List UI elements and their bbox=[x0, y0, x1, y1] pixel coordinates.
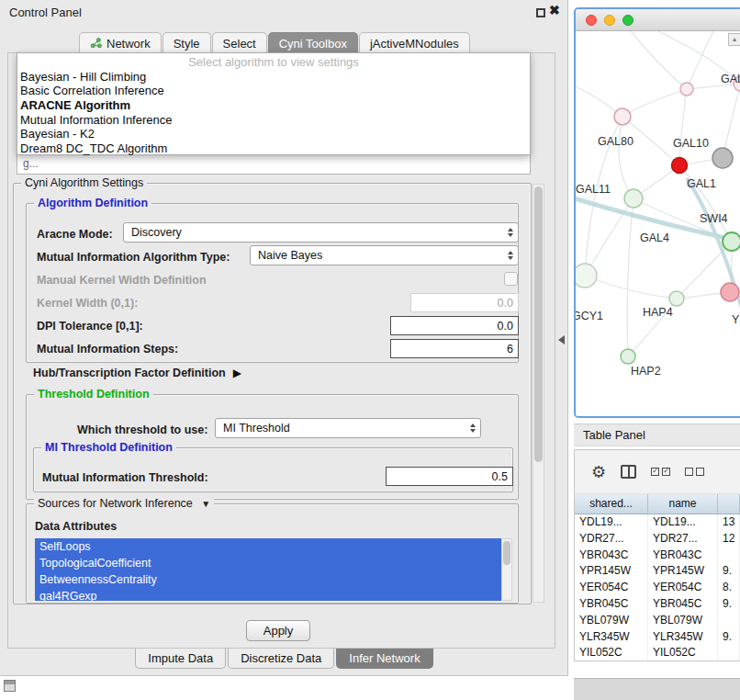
table-row[interactable]: YLR345W YLR345W 9. bbox=[575, 629, 740, 646]
node-label-gal1[interactable]: GAL1 bbox=[687, 177, 716, 190]
graph-node-red[interactable] bbox=[672, 158, 688, 174]
table-row[interactable]: YBR045C YBR045C 9. bbox=[575, 596, 740, 613]
minimized-panel-icon[interactable] bbox=[4, 680, 16, 692]
node-label-gal10[interactable]: GAL10 bbox=[673, 137, 709, 150]
algorithm-option-mutual-information[interactable]: Mutual Information Inference bbox=[17, 113, 530, 128]
table-row[interactable]: YPR145W YPR145W 9. bbox=[575, 563, 740, 580]
table-row[interactable]: YDL19... YDL19... 13 bbox=[575, 514, 740, 531]
network-window-titlebar[interactable] bbox=[576, 9, 740, 31]
cell-shared-name: YDL19... bbox=[575, 514, 648, 531]
graph-node-pink[interactable] bbox=[721, 283, 739, 301]
unselect-all-columns-button[interactable] bbox=[685, 468, 704, 476]
tab-select[interactable]: Select bbox=[212, 32, 267, 53]
expand-right-arrow-icon: ▶ bbox=[233, 367, 241, 379]
graph-node[interactable] bbox=[723, 232, 740, 251]
algorithm-option-bayesian-k2[interactable]: Bayesian - K2 bbox=[17, 127, 530, 141]
show-columns-button[interactable] bbox=[621, 465, 636, 479]
tab-infer-network[interactable]: Infer Network bbox=[336, 649, 432, 669]
algorithm-option-aracne[interactable]: ARACNE Algorithm bbox=[17, 98, 530, 113]
node-label-gal4[interactable]: GAL4 bbox=[640, 231, 669, 244]
node-label-gcy1[interactable]: GCY1 bbox=[574, 310, 603, 322]
cell-shared-name: YBR045C bbox=[575, 596, 648, 613]
cell-shared-name: YBR043C bbox=[575, 548, 648, 564]
zoom-traffic-light-button[interactable] bbox=[622, 15, 633, 26]
apply-button[interactable]: Apply bbox=[246, 620, 310, 641]
graph-node-gray[interactable] bbox=[712, 148, 733, 168]
mi-type-label: Mutual Information Algorithm Type: bbox=[37, 251, 230, 264]
attribute-item-betweennesscentrality[interactable]: BetweennessCentrality bbox=[35, 571, 501, 588]
aracne-mode-select[interactable]: Discovery bbox=[123, 222, 519, 243]
graph-node[interactable] bbox=[621, 349, 635, 364]
node-label-gal11[interactable]: GAL11 bbox=[576, 183, 611, 196]
group-title-sources[interactable]: Sources for Network Inference ▼ bbox=[34, 497, 214, 511]
graph-node[interactable] bbox=[680, 83, 693, 96]
hub-definition-expander[interactable]: Hub/Transcription Factor Definition ▶ bbox=[33, 367, 241, 379]
algorithm-option-basic-correlation[interactable]: Basic Correlation Inference bbox=[17, 84, 530, 98]
node-label-hap2[interactable]: HAP2 bbox=[631, 365, 661, 378]
cell-name: YDR27... bbox=[648, 531, 718, 548]
cell-extra bbox=[718, 548, 740, 564]
attribute-item-topologicalcoefficient[interactable]: TopologicalCoefficient bbox=[35, 555, 501, 571]
dpi-tolerance-label: DPI Tolerance [0,1]: bbox=[37, 320, 143, 333]
popup-placeholder: Select algorithm to view settings bbox=[17, 55, 530, 70]
scrollbar-thumb[interactable] bbox=[503, 541, 510, 565]
node-label-swi4[interactable]: SWI4 bbox=[700, 212, 728, 225]
attribute-item-gal4rgexp[interactable]: gal4RGexp bbox=[35, 588, 501, 601]
close-icon[interactable]: ✖ bbox=[549, 3, 560, 17]
graph-node[interactable] bbox=[624, 189, 643, 208]
node-label-gal-clipped[interactable]: GAL bbox=[721, 73, 740, 85]
kernel-width-input[interactable] bbox=[410, 293, 519, 312]
float-panel-icon[interactable] bbox=[536, 8, 545, 17]
cell-extra: 8. bbox=[718, 580, 740, 596]
manual-kernel-checkbox[interactable] bbox=[504, 272, 518, 286]
algorithm-option-bayesian-hill-climbing[interactable]: Bayesian - Hill Climbing bbox=[17, 70, 530, 85]
mi-algorithm-type-select[interactable]: Naive Bayes bbox=[250, 245, 519, 265]
panel-collapse-handle[interactable] bbox=[558, 335, 565, 344]
table-row[interactable]: YBR043C YBR043C bbox=[575, 548, 740, 564]
tab-jactivemnodules[interactable]: jActiveMNodules bbox=[359, 32, 470, 53]
column-header-shared-name[interactable]: shared... bbox=[575, 494, 648, 514]
mi-steps-input[interactable] bbox=[390, 339, 519, 358]
minimize-traffic-light-button[interactable] bbox=[604, 15, 615, 26]
attributes-scrollbar[interactable] bbox=[501, 538, 512, 601]
algorithm-option-dream8[interactable]: Dream8 DC_TDC Algorithm bbox=[17, 141, 530, 156]
combo-arrows-icon bbox=[508, 228, 513, 237]
tab-style[interactable]: Style bbox=[163, 32, 211, 53]
attribute-item-selfloops[interactable]: SelfLoops bbox=[35, 538, 501, 555]
select-all-columns-button[interactable] bbox=[651, 468, 670, 476]
tab-discretize-data[interactable]: Discretize Data bbox=[228, 649, 334, 669]
column-header-extra[interactable] bbox=[718, 494, 740, 514]
dpi-tolerance-input[interactable] bbox=[390, 316, 519, 335]
tab-cyni-toolbox[interactable]: Cyni Toolbox bbox=[268, 32, 358, 53]
cell-extra bbox=[718, 613, 740, 629]
group-title-mi-threshold: MI Threshold Definition bbox=[41, 441, 176, 455]
graph-node[interactable] bbox=[669, 291, 684, 306]
scrollbar-thumb[interactable] bbox=[534, 186, 543, 462]
column-header-name[interactable]: name bbox=[648, 494, 718, 514]
table-row[interactable]: YDR27... YDR27... 12 bbox=[575, 531, 740, 548]
group-title-algorithm-definition: Algorithm Definition bbox=[34, 197, 151, 210]
node-label-gal80[interactable]: GAL80 bbox=[598, 135, 633, 148]
tab-network[interactable]: Network bbox=[79, 32, 162, 53]
table-row[interactable]: YER054C YER054C 8. bbox=[575, 580, 740, 596]
graph-node[interactable] bbox=[576, 264, 597, 288]
cell-name: YIL052C bbox=[648, 645, 718, 661]
table-row[interactable]: YIL052C YIL052C bbox=[575, 645, 740, 661]
close-traffic-light-button[interactable] bbox=[586, 15, 597, 26]
algorithm-dropdown-popup: Select algorithm to view settings Bayesi… bbox=[17, 52, 531, 155]
graph-node[interactable] bbox=[614, 108, 631, 125]
mi-threshold-input[interactable] bbox=[386, 467, 513, 486]
which-threshold-select[interactable]: MI Threshold bbox=[215, 418, 481, 438]
table-settings-button[interactable]: ⚙ bbox=[591, 464, 606, 480]
network-canvas[interactable]: GAL80 GAL10 GAL11 GAL1 SWI4 GAL4 GCY1 HA… bbox=[576, 31, 740, 416]
table-row[interactable]: YBL079W YBL079W bbox=[575, 613, 740, 629]
cell-shared-name: YDR27... bbox=[575, 531, 648, 548]
node-label-hap4[interactable]: HAP4 bbox=[643, 306, 673, 319]
mi-steps-label: Mutual Information Steps: bbox=[37, 343, 178, 356]
tab-impute-data[interactable]: Impute Data bbox=[135, 649, 226, 669]
cell-shared-name: YPR145W bbox=[575, 563, 648, 580]
scrollbar-up-button[interactable]: ▴ bbox=[728, 33, 740, 46]
settings-scrollbar[interactable] bbox=[533, 184, 544, 603]
node-label-y-clipped[interactable]: Y bbox=[732, 313, 739, 326]
aracne-mode-label: Aracne Mode: bbox=[37, 228, 113, 241]
